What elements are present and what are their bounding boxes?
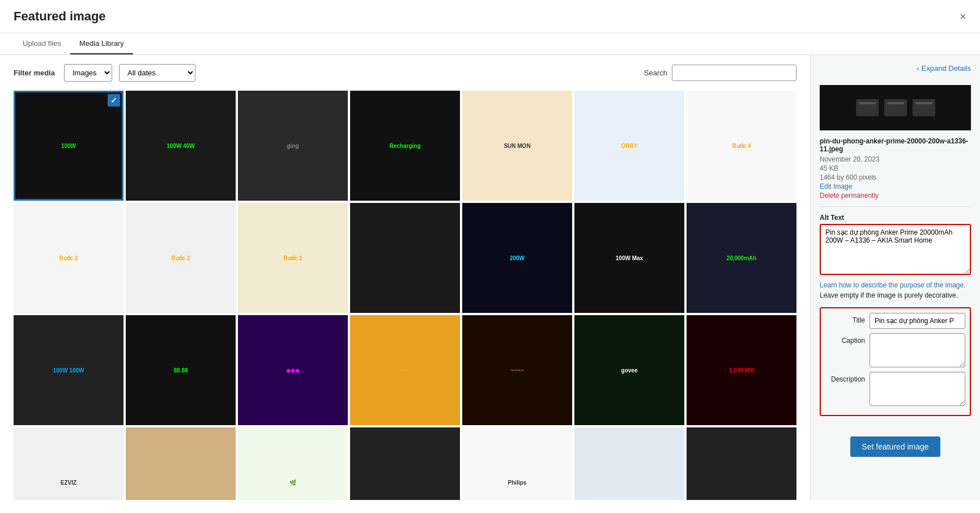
media-item[interactable]: 20,000mAh bbox=[687, 203, 796, 313]
media-item[interactable]: ORBY bbox=[574, 91, 684, 201]
svg-rect-2 bbox=[884, 99, 907, 116]
alt-text-label: Alt Text bbox=[820, 214, 971, 222]
svg-rect-1 bbox=[856, 99, 879, 116]
tcd-group: Title Caption Description bbox=[820, 307, 971, 416]
selected-checkmark: ✓ bbox=[108, 94, 120, 107]
tab-bar: Upload files Media Library bbox=[0, 33, 980, 55]
search-input[interactable] bbox=[672, 65, 796, 81]
close-button[interactable]: × bbox=[960, 10, 966, 23]
thumb-image bbox=[845, 94, 947, 122]
media-grid: 100W✓100W 40WgingRechargingSUN MONORBYBư… bbox=[14, 91, 796, 500]
media-section: Filter media Images Audio Video All date… bbox=[0, 55, 810, 500]
svg-rect-5 bbox=[887, 102, 904, 104]
alt-text-group: Alt Text Learn how to describe the purpo… bbox=[820, 214, 971, 300]
media-item[interactable]: 88.88 bbox=[126, 315, 236, 425]
file-dimensions: 1464 by 600 pixels bbox=[820, 173, 971, 181]
expand-details-label: Expand Details bbox=[922, 64, 971, 73]
search-label: Search bbox=[644, 69, 667, 77]
description-field-row: Description bbox=[825, 372, 965, 406]
media-item[interactable]: ◆◆◆ bbox=[238, 315, 348, 425]
media-item[interactable]: Philips bbox=[462, 427, 572, 500]
modal-header: Featured image × bbox=[0, 0, 980, 33]
media-item[interactable]: ~~~~ bbox=[462, 315, 572, 425]
media-item[interactable]: Bước 2 bbox=[238, 203, 348, 313]
media-item[interactable]: govee bbox=[574, 315, 684, 425]
media-item[interactable]: Bước 2 bbox=[126, 203, 236, 313]
modal-title: Featured image bbox=[14, 9, 106, 24]
media-item[interactable]: 1,049,000 bbox=[687, 315, 796, 425]
media-item[interactable]: EZVIZ bbox=[14, 427, 123, 500]
expand-details-row: ‹ Expand Details bbox=[820, 64, 971, 79]
title-field-row: Title bbox=[825, 313, 965, 329]
title-field-label: Title bbox=[825, 313, 865, 324]
media-item[interactable] bbox=[350, 203, 460, 313]
media-item[interactable]: Bước 2 bbox=[14, 203, 123, 313]
alt-text-help-link[interactable]: Learn how to describe the purpose of the… bbox=[820, 281, 964, 289]
file-name: pin-du-phong-anker-prime-20000-200w-a133… bbox=[820, 137, 971, 153]
media-item[interactable]: ~~~ bbox=[350, 315, 460, 425]
alt-text-help: Learn how to describe the purpose of the… bbox=[820, 280, 971, 300]
file-size: 45 KB bbox=[820, 164, 971, 172]
filter-label: Filter media bbox=[14, 69, 55, 77]
media-item[interactable]: Recharging bbox=[350, 91, 460, 201]
file-thumbnail bbox=[820, 85, 971, 130]
media-item[interactable]: 100W 40W bbox=[126, 91, 236, 201]
svg-rect-3 bbox=[913, 99, 935, 116]
media-item[interactable] bbox=[574, 427, 684, 500]
modal: Featured image × Upload files Media Libr… bbox=[0, 0, 980, 513]
media-item[interactable]: Bước 4 bbox=[687, 91, 796, 201]
media-item[interactable] bbox=[687, 427, 796, 500]
svg-rect-4 bbox=[859, 102, 876, 104]
caption-input[interactable] bbox=[870, 333, 965, 367]
media-item[interactable] bbox=[126, 427, 236, 500]
media-item[interactable]: SUN MON bbox=[462, 91, 572, 201]
filter-type-select[interactable]: Images Audio Video bbox=[64, 64, 112, 82]
media-item[interactable] bbox=[350, 427, 460, 500]
search-group: Search bbox=[644, 65, 796, 81]
media-item[interactable]: ging bbox=[238, 91, 348, 201]
delete-permanently-link[interactable]: Delete permanently bbox=[820, 192, 971, 200]
title-input[interactable] bbox=[870, 313, 965, 329]
media-item[interactable]: 100W Max bbox=[574, 203, 684, 313]
file-date: November 20, 2023 bbox=[820, 155, 971, 163]
expand-chevron-icon: ‹ bbox=[917, 64, 919, 73]
alt-text-input[interactable] bbox=[820, 224, 971, 275]
tab-upload[interactable]: Upload files bbox=[14, 33, 70, 54]
media-item[interactable]: 100W✓ bbox=[14, 91, 123, 201]
filter-date-select[interactable]: All dates November 2023 October 2023 bbox=[119, 64, 195, 82]
description-input[interactable] bbox=[870, 372, 965, 406]
details-divider bbox=[820, 206, 971, 207]
media-item[interactable]: 100W 100W bbox=[14, 315, 123, 425]
edit-image-link[interactable]: Edit Image bbox=[820, 183, 971, 190]
filter-row: Filter media Images Audio Video All date… bbox=[14, 64, 796, 82]
content-area: Filter media Images Audio Video All date… bbox=[0, 55, 980, 500]
svg-rect-6 bbox=[915, 102, 932, 104]
set-featured-image-button[interactable]: Set featured image bbox=[850, 436, 940, 457]
details-panel: ‹ Expand Details pin-du-phong-an bbox=[810, 55, 980, 500]
caption-field-row: Caption bbox=[825, 333, 965, 367]
expand-details-button[interactable]: ‹ Expand Details bbox=[917, 64, 971, 73]
media-item[interactable]: 🌿 bbox=[238, 427, 348, 500]
media-item[interactable]: 200W bbox=[462, 203, 572, 313]
tab-media-library[interactable]: Media Library bbox=[70, 33, 133, 54]
caption-field-label: Caption bbox=[825, 333, 865, 345]
description-field-label: Description bbox=[825, 372, 865, 383]
